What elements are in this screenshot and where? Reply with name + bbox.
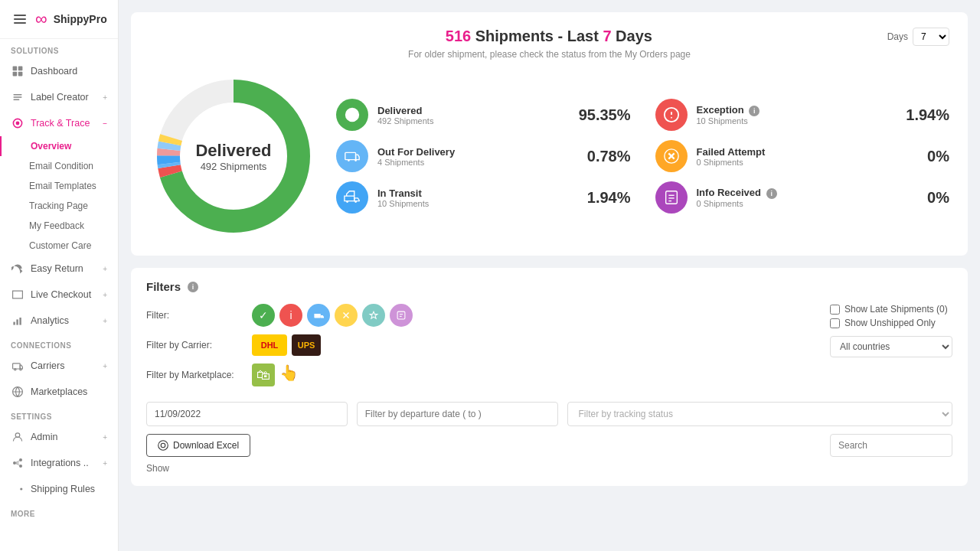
track-trace-submenu: Overview Email Condition Email Templates… xyxy=(0,136,118,256)
in-transit-sub: 10 Shipments xyxy=(377,199,568,208)
sidebar-item-track-trace[interactable]: Track & Trace − xyxy=(0,110,118,136)
shipping-rules-icon xyxy=(11,482,24,496)
info-received-sub: 0 Shipments xyxy=(697,199,887,208)
chip-delivered[interactable]: ✓ xyxy=(252,304,275,327)
search-input[interactable] xyxy=(830,434,952,457)
svg-rect-5 xyxy=(13,96,21,98)
svg-point-17 xyxy=(19,458,22,461)
sidebar-sub-email-templates[interactable]: Email Templates xyxy=(0,176,118,196)
filters-left: Filter: ✓ i xyxy=(146,304,815,394)
ups-logo[interactable]: UPS xyxy=(292,334,321,356)
info-received-icon xyxy=(655,181,688,214)
svg-point-16 xyxy=(13,461,16,465)
svg-rect-40 xyxy=(665,191,677,204)
info-received-info-icon: i xyxy=(766,188,777,199)
chip-teal[interactable] xyxy=(362,304,385,327)
donut-center-title: Delivered xyxy=(195,141,271,161)
show-label: Show xyxy=(146,463,169,474)
sidebar-item-analytics[interactable]: Analytics + xyxy=(0,308,118,334)
svg-rect-4 xyxy=(13,94,21,96)
admin-icon xyxy=(11,430,24,444)
show-late-checkbox[interactable] xyxy=(830,305,840,315)
tracking-page-label: Tracking Page xyxy=(29,201,88,211)
chip-out-delivery[interactable] xyxy=(307,304,330,327)
shipping-rules-label: Shipping Rules xyxy=(31,484,95,494)
show-late-label: Show Late Shipments (0) xyxy=(844,304,948,315)
sidebar-sub-tracking-page[interactable]: Tracking Page xyxy=(0,196,118,216)
cursor-icon: 👆 xyxy=(279,364,299,386)
admin-label: Admin xyxy=(31,432,57,442)
email-condition-label: Email Condition xyxy=(29,161,93,171)
title-part1: Shipments - Last xyxy=(471,28,603,44)
filter-carrier-row: Filter by Carrier: DHL UPS xyxy=(146,334,815,356)
shopify-logo[interactable]: 🛍 xyxy=(252,364,275,386)
donut-chart: Delivered 492 Shipments xyxy=(149,72,318,240)
dhl-logo[interactable]: DHL xyxy=(252,334,287,356)
track-trace-expand-icon: − xyxy=(103,119,107,128)
stat-failed-attempt: Failed Attempt 0 Shipments 0% xyxy=(655,140,950,172)
connections-section-label: CONNECTIONS xyxy=(0,334,118,353)
show-late-row: Show Late Shipments (0) xyxy=(830,304,952,315)
sidebar-item-dashboard[interactable]: Dashboard xyxy=(0,58,118,84)
hamburger-menu[interactable] xyxy=(11,11,29,27)
sidebar-header: ∞ ShippyPro xyxy=(0,0,118,39)
sidebar-sub-my-feedback[interactable]: My Feedback xyxy=(0,216,118,236)
download-icon xyxy=(158,440,168,451)
stat-in-transit: In Transit 10 Shipments 1.94% xyxy=(336,181,631,214)
sidebar: ∞ ShippyPro SOLUTIONS Dashboard Label Cr… xyxy=(0,0,119,551)
sidebar-item-label-creator[interactable]: Label Creator + xyxy=(0,84,118,110)
donut-center: Delivered 492 Shipments xyxy=(195,141,271,172)
sidebar-sub-overview[interactable]: Overview xyxy=(0,136,118,156)
sidebar-item-integrations[interactable]: Integrations .. + xyxy=(0,450,118,476)
download-btn-label: Download Excel xyxy=(173,440,239,451)
chip-yellow[interactable] xyxy=(335,304,358,327)
download-excel-button[interactable]: Download Excel xyxy=(146,434,250,457)
bottom-row: Download Excel xyxy=(146,434,952,457)
svg-point-50 xyxy=(158,441,168,451)
stat-exception: Exception i 10 Shipments 1.94% xyxy=(655,99,950,131)
my-feedback-label: My Feedback xyxy=(29,220,84,231)
date-to-input[interactable] xyxy=(357,402,558,426)
main-content: 516 Shipments - Last 7 Days Days 7 14 30… xyxy=(119,0,980,551)
sidebar-item-admin[interactable]: Admin + xyxy=(0,424,118,450)
sidebar-item-shipping-rules[interactable]: Shipping Rules xyxy=(0,476,118,502)
out-for-delivery-sub: 4 Shipments xyxy=(377,158,568,167)
filter-marketplace-label: Filter by Marketplace: xyxy=(146,370,246,380)
live-checkout-icon xyxy=(11,288,24,302)
svg-point-34 xyxy=(354,159,357,161)
shipment-count: 516 xyxy=(446,28,471,44)
chip-lavender[interactable] xyxy=(390,304,413,327)
delivered-pct: 95.35% xyxy=(577,106,631,124)
track-trace-icon xyxy=(11,116,24,130)
filter-carrier-label: Filter by Carrier: xyxy=(146,340,246,350)
carriers-expand-icon: + xyxy=(103,362,107,370)
failed-attempt-icon xyxy=(655,140,688,172)
svg-rect-10 xyxy=(19,318,21,325)
integrations-expand-icon: + xyxy=(103,459,107,468)
tracking-status-select[interactable]: Filter by tracking status xyxy=(567,402,953,426)
sidebar-item-marketplaces[interactable]: Marketplaces xyxy=(0,379,118,405)
sidebar-sub-customer-care[interactable]: Customer Care xyxy=(0,236,118,256)
logo-icon: ∞ xyxy=(35,9,47,29)
easy-return-label: Easy Return xyxy=(31,263,83,274)
date-from-input[interactable] xyxy=(146,402,348,426)
out-for-delivery-info: Out For Delivery 4 Shipments xyxy=(377,146,568,167)
svg-rect-9 xyxy=(16,319,18,324)
sidebar-item-live-checkout[interactable]: Live Checkout + xyxy=(0,282,118,308)
days-select[interactable]: 7 14 30 xyxy=(913,28,949,46)
delivered-label: Delivered xyxy=(377,105,568,116)
dashboard-icon xyxy=(11,64,24,78)
chip-exception[interactable]: i xyxy=(279,304,302,327)
settings-section-label: SETTINGS xyxy=(0,405,118,424)
sidebar-item-easy-return[interactable]: Easy Return + xyxy=(0,256,118,282)
svg-rect-47 xyxy=(397,311,405,319)
show-unshipped-row: Show Unshipped Only xyxy=(830,318,952,328)
info-received-pct: 0% xyxy=(896,189,949,207)
sidebar-sub-email-condition[interactable]: Email Condition xyxy=(0,156,118,176)
show-unshipped-checkbox[interactable] xyxy=(830,318,840,328)
sidebar-item-carriers[interactable]: Carriers + xyxy=(0,353,118,379)
card-subtitle: For older shipment, please check the sta… xyxy=(149,49,949,60)
days-highlight: 7 xyxy=(603,28,611,44)
info-received-info: Info Received i 0 Shipments xyxy=(697,187,887,208)
country-select[interactable]: All countries xyxy=(830,336,952,357)
